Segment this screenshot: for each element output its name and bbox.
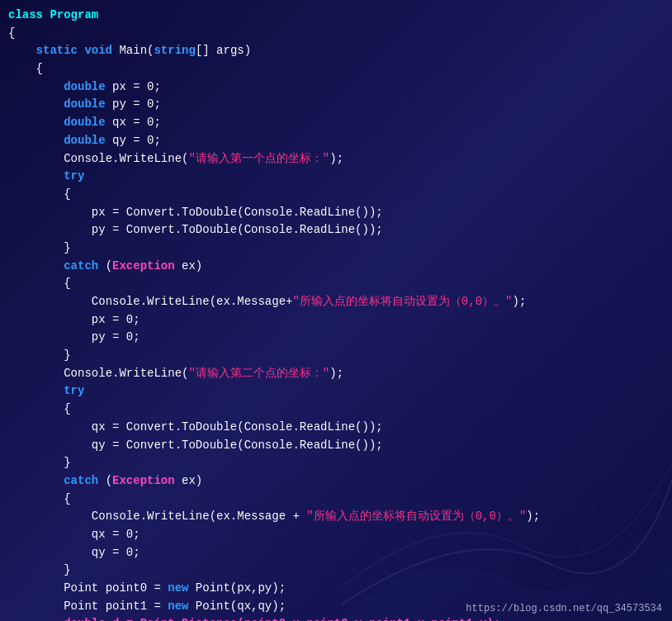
- line-34: double d = Point.Distance(point0.x,point…: [8, 617, 501, 621]
- code-container: class Program { static void Main(string[…: [0, 0, 672, 621]
- line-20: Console.WriteLine("请输入第二个点的坐标：");: [8, 367, 343, 380]
- line-class-program: class Program: [8, 8, 98, 21]
- line-23: qx = Convert.ToDouble(Console.ReadLine()…: [8, 420, 383, 434]
- line-25: }: [8, 456, 71, 469]
- line-28: Console.WriteLine(ex.Message + "所输入点的坐标将…: [8, 510, 540, 523]
- line-4: double px = 0;: [8, 80, 161, 93]
- line-7: double qy = 0;: [8, 134, 161, 147]
- line-5: double py = 0;: [8, 97, 161, 111]
- line-18: py = 0;: [8, 330, 140, 344]
- footer-url: https://blog.csdn.net/qq_34573534: [466, 601, 662, 614]
- line-10: {: [8, 187, 71, 201]
- line-6: double qx = 0;: [8, 116, 161, 129]
- line-14: catch (Exception ex): [8, 259, 202, 273]
- line-31: }: [8, 563, 71, 576]
- line-17: px = 0;: [8, 313, 140, 326]
- url-text: https://blog.csdn.net/qq_34573534: [466, 603, 662, 614]
- line-2: static void Main(string[] args): [8, 44, 251, 57]
- line-1: {: [8, 26, 15, 40]
- line-15: {: [8, 277, 71, 290]
- line-32: Point point0 = new Point(px,py);: [8, 581, 286, 595]
- line-8: Console.WriteLine("请输入第一个点的坐标：");: [8, 152, 343, 165]
- line-3: {: [8, 62, 43, 75]
- line-29: qx = 0;: [8, 528, 140, 541]
- line-9: try: [8, 169, 84, 183]
- line-33: Point point1 = new Point(qx,qy);: [8, 600, 286, 613]
- line-21: try: [8, 384, 84, 397]
- line-27: {: [8, 492, 71, 505]
- line-22: {: [8, 402, 71, 415]
- line-26: catch (Exception ex): [8, 474, 202, 487]
- code-block: class Program { static void Main(string[…: [8, 7, 664, 621]
- line-24: qy = Convert.ToDouble(Console.ReadLine()…: [8, 438, 383, 452]
- line-30: qy = 0;: [8, 546, 140, 559]
- line-12: py = Convert.ToDouble(Console.ReadLine()…: [8, 223, 383, 236]
- line-13: }: [8, 241, 71, 254]
- line-11: px = Convert.ToDouble(Console.ReadLine()…: [8, 206, 383, 219]
- line-16: Console.WriteLine(ex.Message+"所输入点的坐标将自动…: [8, 295, 526, 308]
- line-19: }: [8, 348, 71, 362]
